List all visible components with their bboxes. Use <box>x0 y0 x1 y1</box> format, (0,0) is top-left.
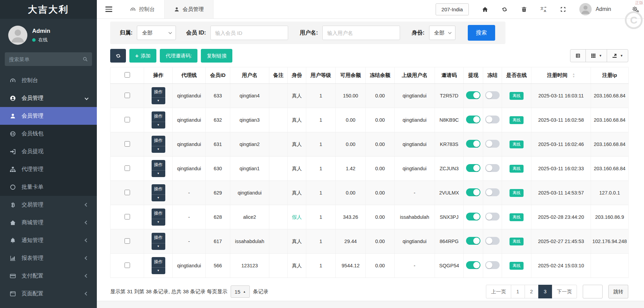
freeze-toggle[interactable] <box>485 91 500 99</box>
sidebar-item[interactable]: 会员管理 <box>0 89 97 107</box>
toggle-knob <box>473 116 480 123</box>
cell-invite-code: 864RPG <box>435 229 464 254</box>
copy-link-button[interactable]: 复制链接 <box>201 49 232 63</box>
sidebar-item[interactable]: 支付配置 <box>0 267 97 285</box>
freeze-toggle[interactable] <box>485 213 500 220</box>
tab-active[interactable]: 会员管理 <box>164 0 214 18</box>
identity-select-value: 全部 <box>434 30 445 36</box>
freeze-toggle[interactable] <box>485 237 500 245</box>
chevron-left-icon <box>85 256 88 260</box>
sidebar-item-label: 会员钱包 <box>22 130 43 137</box>
user-info: Admin 在线 <box>32 28 50 43</box>
columns-button[interactable]: ▼ <box>585 49 607 62</box>
row-checkbox[interactable] <box>125 263 130 268</box>
row-checkbox[interactable] <box>125 238 130 244</box>
select-all-checkbox[interactable] <box>125 72 130 78</box>
page-button[interactable]: 3 <box>538 285 552 298</box>
cell-freeze-toggle <box>483 84 502 108</box>
row-action-button[interactable]: 操作▼ <box>152 184 165 201</box>
row-checkbox[interactable] <box>125 214 130 219</box>
row-action-button[interactable]: 操作▼ <box>152 209 165 226</box>
member-id-input[interactable] <box>210 26 288 40</box>
sidebar-item[interactable]: 交易管理 <box>0 196 97 214</box>
row-action-button[interactable]: 操作▼ <box>152 160 165 177</box>
sidebar-item[interactable]: 报表管理 <box>0 249 97 267</box>
refresh-icon[interactable] <box>501 6 508 13</box>
sidebar-item[interactable]: 商城管理 <box>0 214 97 231</box>
settings-cogs-icon[interactable] <box>632 6 639 13</box>
sidebar-search-input[interactable] <box>9 56 82 62</box>
tab-item[interactable]: 控制台 <box>121 0 164 18</box>
freeze-toggle[interactable] <box>485 261 500 269</box>
freeze-toggle[interactable] <box>485 188 500 196</box>
freeze-toggle[interactable] <box>485 116 500 123</box>
row-checkbox[interactable] <box>125 141 130 147</box>
sidebar-item[interactable]: 控制台 <box>0 71 97 89</box>
agent-invite-code-button[interactable]: 代理邀请码: <box>160 49 198 63</box>
row-checkbox[interactable] <box>125 165 130 171</box>
withdraw-toggle[interactable] <box>466 188 480 196</box>
cell-frozen-balance: 0.00 <box>366 84 395 108</box>
search-icon[interactable] <box>82 56 88 62</box>
identity-label: 真人 <box>292 263 302 268</box>
refresh-table-button[interactable] <box>110 49 126 63</box>
cell-parent-username: qingtiandui <box>395 108 435 132</box>
row-checkbox[interactable] <box>125 190 130 195</box>
cell-identity: 假人 <box>288 205 306 229</box>
cell-remark <box>269 84 288 108</box>
next-page-button[interactable]: 下一页 <box>552 285 577 298</box>
fullscreen-icon[interactable] <box>560 6 566 13</box>
withdraw-toggle[interactable] <box>466 91 480 99</box>
cell-parent-username: - <box>395 181 435 205</box>
server-select-button[interactable]: 207-India <box>436 3 469 15</box>
sidebar-item[interactable]: 会员管理 <box>0 107 97 125</box>
freeze-toggle[interactable] <box>485 164 500 172</box>
sidebar-item[interactable]: 会员钱包 <box>0 125 97 143</box>
trash-icon[interactable] <box>521 6 527 13</box>
sidebar-item[interactable]: 代理管理 <box>0 160 97 178</box>
identity-select[interactable]: 全部 <box>429 26 455 40</box>
withdraw-toggle[interactable] <box>466 164 480 172</box>
row-checkbox[interactable] <box>125 93 130 98</box>
row-action-button[interactable]: 操作▼ <box>152 136 165 153</box>
column-header: 操作 <box>144 67 173 84</box>
owner-select[interactable]: 全部 <box>137 26 176 40</box>
user-status: 在线 <box>32 37 50 43</box>
withdraw-toggle[interactable] <box>466 237 480 245</box>
withdraw-toggle[interactable] <box>466 213 480 220</box>
row-action-button[interactable]: 操作▼ <box>152 87 165 104</box>
main-area: 控制台会员管理 207-India 文A <box>97 0 644 308</box>
row-action-button[interactable]: 操作▼ <box>152 111 165 129</box>
page-button[interactable]: 1 <box>511 285 525 298</box>
jump-button[interactable]: 跳转 <box>608 285 628 298</box>
jump-page-input[interactable] <box>583 285 603 298</box>
sidebar-item-label: 会员提现 <box>22 148 43 155</box>
withdraw-toggle[interactable] <box>466 140 480 148</box>
home-icon[interactable] <box>482 6 488 13</box>
page-size-select[interactable]: 15 ▲ <box>231 285 250 298</box>
page-button[interactable]: 2 <box>525 285 539 298</box>
hamburger-menu-icon[interactable] <box>97 0 121 18</box>
translate-icon[interactable]: 文A <box>540 6 547 13</box>
search-button[interactable]: 搜索 <box>468 25 495 41</box>
withdraw-toggle[interactable] <box>466 116 480 123</box>
sidebar-item[interactable]: 会员提现 <box>0 143 97 160</box>
user-menu[interactable]: Admin <box>579 3 611 15</box>
prev-page-button[interactable]: 上一页 <box>486 285 511 298</box>
cell-username: qingtiandui <box>230 181 269 205</box>
freeze-toggle[interactable] <box>485 140 500 148</box>
row-action-button[interactable]: 操作▼ <box>152 233 165 250</box>
sidebar-item[interactable]: 批量卡单 <box>0 178 97 196</box>
row-checkbox[interactable] <box>125 117 130 122</box>
select-all-header <box>111 67 144 84</box>
withdraw-toggle[interactable] <box>466 261 480 269</box>
toggle-view-button[interactable] <box>570 49 586 62</box>
sidebar-item[interactable]: 页面配置 <box>0 285 97 303</box>
row-action-button[interactable]: 操作▼ <box>152 257 165 274</box>
sort-icon[interactable]: ▲▼ <box>572 73 575 78</box>
export-button[interactable]: ▼ <box>607 49 628 62</box>
username-input[interactable] <box>322 26 400 40</box>
add-button[interactable]: + 添加 <box>129 49 156 63</box>
cell-register-ip: 203.160.68.84 <box>591 108 629 132</box>
sidebar-item[interactable]: 通知管理 <box>0 231 97 249</box>
